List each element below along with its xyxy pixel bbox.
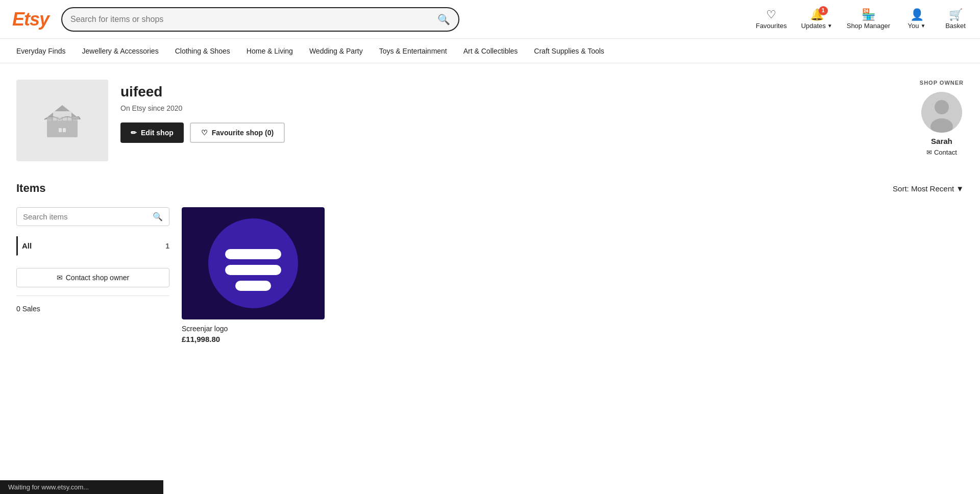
owner-name: Sarah <box>920 137 964 145</box>
nav-toys-entertainment[interactable]: Toys & Entertainment <box>379 45 447 57</box>
heart-icon: ♡ <box>201 129 208 137</box>
shop-name: uifeed <box>120 84 964 100</box>
shop-info: uifeed On Etsy since 2020 ✏ Edit shop ♡ … <box>120 80 964 143</box>
nav-craft-supplies[interactable]: Craft Supplies & Tools <box>534 45 604 57</box>
svg-rect-9 <box>57 127 67 137</box>
etsy-logo[interactable]: Etsy <box>12 9 53 30</box>
shop-manager-icon: 🏪 <box>862 9 875 20</box>
filter-list: All 1 <box>16 236 169 256</box>
category-nav: Everyday Finds Jewellery & Accessories C… <box>0 39 980 63</box>
nav-wedding-party[interactable]: Wedding & Party <box>309 45 363 57</box>
svg-rect-11 <box>63 128 66 132</box>
you-arrow-icon: ▼ <box>921 23 926 29</box>
bell-icon: 🔔 1 <box>810 9 824 20</box>
owner-avatar-icon <box>921 92 962 133</box>
shop-owner-panel: SHOP OWNER Sarah ✉ Contact <box>920 80 964 156</box>
sort-label: Sort: Most Recent <box>893 184 954 193</box>
svg-rect-10 <box>59 128 62 132</box>
items-section: Items Sort: Most Recent ▼ 🔍 All 1 ✉ Cont… <box>0 174 980 352</box>
products-grid: Screenjar logo £11,998.80 <box>182 207 964 343</box>
contact-shop-owner-button[interactable]: ✉ Contact shop owner <box>16 268 169 287</box>
product-image <box>182 207 325 319</box>
favourites-button[interactable]: ♡ Favourites <box>756 9 787 30</box>
updates-badge: 1 <box>819 6 828 15</box>
sidebar-divider <box>16 295 169 296</box>
updates-arrow-icon: ▼ <box>827 23 832 29</box>
product-title: Screenjar logo <box>182 325 325 333</box>
search-items-box: 🔍 <box>16 207 169 226</box>
nav-art-collectibles[interactable]: Art & Collectibles <box>463 45 518 57</box>
favourites-label: Favourites <box>756 22 787 30</box>
search-bar: 🔍 <box>61 7 459 32</box>
shop-actions: ✏ Edit shop ♡ Favourite shop (0) <box>120 122 964 143</box>
pencil-icon: ✏ <box>131 129 137 137</box>
sort-control[interactable]: Sort: Most Recent ▼ <box>893 184 964 193</box>
basket-icon: 🛒 <box>949 9 963 20</box>
filter-all-label: All <box>22 241 32 250</box>
search-items-icon[interactable]: 🔍 <box>153 212 163 221</box>
header-actions: ♡ Favourites 🔔 1 Updates ▼ 🏪 Shop Manage… <box>756 9 968 30</box>
nav-clothing-shoes[interactable]: Clothing & Shoes <box>175 45 230 57</box>
nav-everyday-finds[interactable]: Everyday Finds <box>16 45 65 57</box>
contact-icon: ✉ <box>57 274 63 282</box>
updates-button[interactable]: 🔔 1 Updates ▼ <box>801 9 832 30</box>
shop-manager-button[interactable]: 🏪 Shop Manager <box>847 9 890 30</box>
favourite-shop-button[interactable]: ♡ Favourite shop (0) <box>190 122 285 143</box>
shop-profile: uifeed On Etsy since 2020 ✏ Edit shop ♡ … <box>0 63 980 174</box>
user-icon: 👤 <box>910 9 924 20</box>
svg-rect-18 <box>235 281 271 291</box>
you-button[interactable]: 👤 You ▼ <box>904 9 929 30</box>
site-header: Etsy 🔍 ♡ Favourites 🔔 1 Updates ▼ 🏪 Shop… <box>0 0 980 39</box>
filter-all-count: 1 <box>165 242 169 250</box>
shop-since: On Etsy since 2020 <box>120 104 964 112</box>
owner-avatar <box>921 92 962 133</box>
shop-manager-label: Shop Manager <box>847 22 890 30</box>
contact-owner-link[interactable]: ✉ Contact <box>920 149 964 156</box>
nav-home-living[interactable]: Home & Living <box>247 45 293 57</box>
svg-point-13 <box>935 100 949 114</box>
edit-shop-button[interactable]: ✏ Edit shop <box>120 122 184 143</box>
items-layout: 🔍 All 1 ✉ Contact shop owner 0 Sales <box>16 207 964 343</box>
nav-jewellery[interactable]: Jewellery & Accessories <box>82 45 158 57</box>
search-items-input[interactable] <box>23 212 149 221</box>
basket-button[interactable]: 🛒 Basket <box>943 9 968 30</box>
search-input[interactable] <box>70 15 437 24</box>
shop-banner <box>16 80 108 161</box>
product-image-inner <box>182 207 325 319</box>
updates-label: Updates ▼ <box>801 22 832 30</box>
heart-icon: ♡ <box>766 9 776 20</box>
svg-point-15 <box>208 218 298 308</box>
product-logo-svg <box>207 217 299 309</box>
shop-storefront-icon <box>42 100 83 141</box>
search-button[interactable]: 🔍 <box>437 13 450 26</box>
items-header: Items Sort: Most Recent ▼ <box>16 182 964 195</box>
shop-owner-label: SHOP OWNER <box>920 80 964 86</box>
items-sidebar: 🔍 All 1 ✉ Contact shop owner 0 Sales <box>16 207 169 343</box>
sales-link[interactable]: 0 Sales <box>16 305 40 313</box>
svg-rect-17 <box>225 265 281 275</box>
items-title: Items <box>16 182 45 195</box>
message-icon: ✉ <box>926 149 932 156</box>
product-card[interactable]: Screenjar logo £11,998.80 <box>182 207 325 343</box>
you-label: You ▼ <box>908 22 926 30</box>
product-price: £11,998.80 <box>182 335 325 343</box>
basket-label: Basket <box>945 22 966 30</box>
svg-rect-16 <box>225 249 281 259</box>
sort-arrow-icon: ▼ <box>956 184 964 193</box>
filter-all[interactable]: All 1 <box>16 236 169 256</box>
